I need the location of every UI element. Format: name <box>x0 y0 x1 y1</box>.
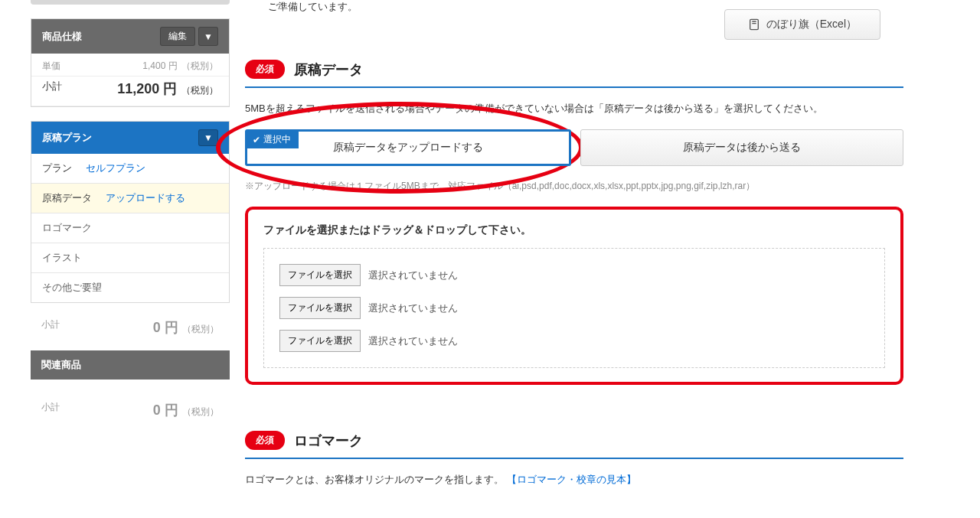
tax-label: （税別） <box>182 324 219 334</box>
choice-label: 原稿データをアップロードする <box>333 141 483 153</box>
choice-label: 原稿データは後から送る <box>683 141 801 153</box>
file-select-button[interactable]: ファイルを選択 <box>279 264 361 286</box>
file-select-button[interactable]: ファイルを選択 <box>279 330 361 352</box>
subtotal-value: 0 円 <box>153 402 178 418</box>
subtotal-label: 小計 <box>42 80 62 98</box>
excel-icon <box>748 18 760 31</box>
file-row: ファイルを選択 選択されていません <box>279 264 869 286</box>
file-row: ファイルを選択 選択されていません <box>279 330 869 352</box>
tax-label: （税別） <box>182 406 219 417</box>
selected-indicator: ✔ 選択中 <box>247 131 299 148</box>
plan-panel: 原稿プラン ▼ プラン セルフプラン 原稿データ アップロードする ロゴマーク … <box>31 121 230 303</box>
list-item: 原稿データ アップロードする <box>31 184 229 213</box>
product-spec-header: 商品仕様 編集 ▼ <box>31 19 229 54</box>
edit-spec-button[interactable]: 編集 <box>160 27 195 46</box>
section-logo-mark: 必須 ロゴマーク ロゴマークとは、お客様オリジナルのマークを指します。 【ロゴマ… <box>245 431 903 487</box>
dropzone[interactable]: ファイルを選択 選択されていません ファイルを選択 選択されていません ファイル… <box>263 248 885 368</box>
choice-upload[interactable]: ✔ 選択中 原稿データをアップロードする <box>245 129 571 166</box>
plan-caret-button[interactable]: ▼ <box>198 129 218 146</box>
subtotal-value: 0 円 <box>153 320 178 335</box>
section-description: 5MBを超えるファイルを送信される場合やデータの準備ができていない場合は「原稿デ… <box>245 102 903 116</box>
tax-label: （税別） <box>181 85 218 96</box>
logo-description: ロゴマークとは、お客様オリジナルのマークを指します。 【ロゴマーク・校章の見本】 <box>245 473 903 487</box>
required-badge: 必須 <box>245 431 285 450</box>
plan-value: セルフプラン <box>86 161 145 175</box>
download-excel-button[interactable]: のぼり旗（Excel） <box>724 9 880 40</box>
related-header: 関連商品 <box>31 350 230 380</box>
list-item: イラスト <box>31 243 229 273</box>
tax-label: （税別） <box>181 60 218 71</box>
file-row: ファイルを選択 選択されていません <box>279 297 869 319</box>
related-subtotal-row: 小計 0 円 （税別） <box>31 393 230 433</box>
panel-title: 関連商品 <box>41 358 81 372</box>
download-label: のぼり旗（Excel） <box>766 18 857 31</box>
unit-price-row: 単価 1,400 円 （税別） <box>31 54 229 77</box>
list-item: プラン セルフプラン <box>31 154 229 184</box>
upload-instruction: ファイルを選択またはドラッグ＆ドロップして下さい。 <box>263 223 885 237</box>
logo-desc-text: ロゴマークとは、お客様オリジナルのマークを指します。 <box>245 474 504 485</box>
section-title: 原稿データ <box>294 60 363 79</box>
file-status: 選択されていません <box>368 269 458 282</box>
logo-sample-link[interactable]: 【ロゴマーク・校章の見本】 <box>507 474 636 485</box>
section-manuscript-data: 必須 原稿データ 5MBを超えるファイルを送信される場合やデータの準備ができてい… <box>245 60 903 385</box>
spec-caret-button[interactable]: ▼ <box>198 27 218 46</box>
subtotal-label: 小計 <box>41 318 60 337</box>
plan-label: 原稿データ <box>42 191 92 205</box>
plan-value: アップロードする <box>106 191 185 205</box>
related-panel: 関連商品 <box>31 350 230 380</box>
selected-label: 選択中 <box>263 133 291 146</box>
choice-send-later[interactable]: 原稿データは後から送る <box>580 129 903 166</box>
file-status: 選択されていません <box>368 334 458 348</box>
subtotal-value: 11,200 円 <box>117 81 177 96</box>
file-status: 選択されていません <box>368 301 458 315</box>
unit-price-label: 単価 <box>42 60 60 73</box>
plan-header: 原稿プラン ▼ <box>31 122 229 154</box>
unit-price-value: 1,400 円 <box>142 60 177 71</box>
subtotal-row: 小計 11,200 円 （税別） <box>31 77 229 106</box>
section-title: ロゴマーク <box>294 432 363 450</box>
list-item: その他ご要望 <box>31 273 229 302</box>
panel-title: 商品仕様 <box>42 30 82 44</box>
file-select-button[interactable]: ファイルを選択 <box>279 297 361 319</box>
plan-subtotal-row: 小計 0 円 （税別） <box>31 317 230 350</box>
upload-area: ファイルを選択またはドラッグ＆ドロップして下さい。 ファイルを選択 選択されてい… <box>245 207 903 385</box>
panel-title: 原稿プラン <box>42 131 92 145</box>
upload-note: ※アップロードする場合は１ファイル5MBまで。対応ファイル（ai,psd,pdf… <box>245 180 903 193</box>
required-badge: 必須 <box>245 60 285 79</box>
subtotal-label: 小計 <box>41 401 60 419</box>
plan-label: プラン <box>42 161 72 175</box>
check-icon: ✔ <box>253 135 260 145</box>
product-spec-panel: 商品仕様 編集 ▼ 単価 1,400 円 （税別） 小計 11,200 円 （税… <box>31 18 230 107</box>
list-item: ロゴマーク <box>31 213 229 243</box>
